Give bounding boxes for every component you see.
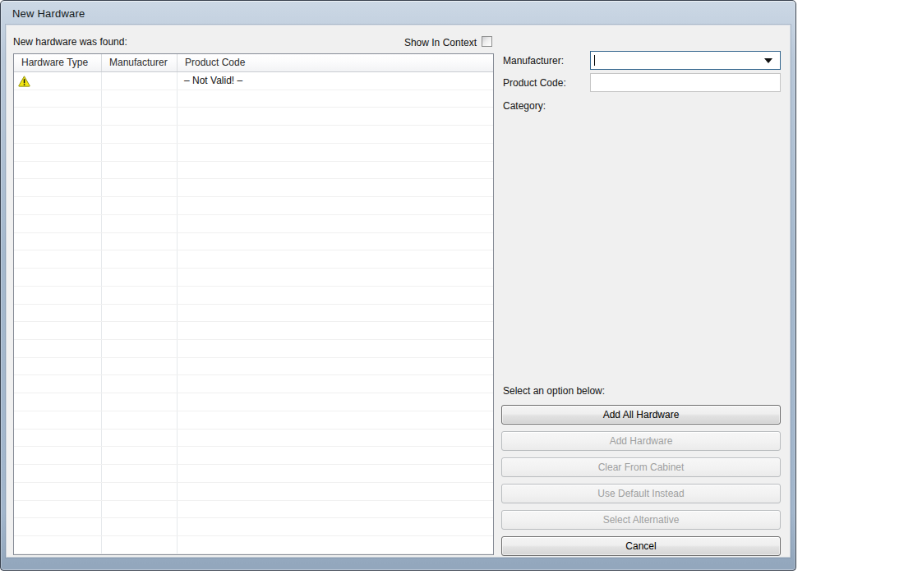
table-row — [14, 90, 493, 108]
empty-cell — [178, 250, 493, 268]
table-row — [14, 375, 493, 393]
empty-cell — [102, 179, 178, 196]
hardware-table[interactable]: Hardware Type Manufacturer Product Code — [13, 53, 494, 555]
product-code-label: Product Code: — [503, 77, 566, 89]
empty-cell — [102, 430, 178, 447]
empty-cell — [102, 215, 178, 232]
empty-cell — [102, 305, 178, 322]
empty-cell — [102, 250, 178, 268]
table-row — [14, 411, 493, 430]
table-row — [14, 430, 493, 448]
table-header-row: Hardware Type Manufacturer Product Code — [14, 54, 493, 72]
empty-cell — [14, 447, 102, 464]
table-row — [14, 126, 493, 144]
empty-cell — [14, 358, 102, 375]
empty-cell — [102, 269, 178, 286]
empty-cell — [178, 465, 493, 482]
table-row — [14, 162, 493, 180]
table-row[interactable]: – Not Valid! – — [14, 72, 493, 90]
cancel-button[interactable]: Cancel — [501, 536, 781, 556]
show-in-context-checkbox[interactable] — [482, 36, 492, 47]
table-row — [14, 215, 493, 233]
empty-cell — [178, 108, 493, 125]
empty-cell — [14, 233, 102, 250]
table-row — [14, 233, 493, 251]
empty-cell — [178, 340, 493, 357]
warning-icon — [18, 76, 30, 90]
empty-cell — [102, 447, 178, 464]
title-bar[interactable]: New Hardware — [1, 1, 795, 25]
select-option-prompt: Select an option below: — [503, 385, 605, 397]
empty-cell — [102, 287, 178, 304]
product-code-input[interactable] — [590, 73, 781, 92]
empty-cell — [14, 375, 102, 393]
table-row — [14, 269, 493, 287]
empty-cell — [14, 250, 102, 268]
select-alternative-button[interactable]: Select Alternative — [501, 510, 781, 530]
column-header-product-code[interactable]: Product Code — [178, 54, 493, 71]
table-row — [14, 305, 493, 323]
empty-cell — [178, 287, 493, 304]
empty-cell — [102, 358, 178, 375]
empty-cell — [14, 305, 102, 322]
empty-cell — [178, 197, 493, 214]
not-valid-cell: – Not Valid! – — [178, 72, 493, 90]
use-default-instead-button[interactable]: Use Default Instead — [501, 484, 781, 503]
chevron-down-icon[interactable] — [764, 58, 772, 63]
table-row — [14, 144, 493, 162]
show-in-context-label: Show In Context — [404, 37, 477, 48]
empty-cell — [14, 126, 102, 143]
empty-cell — [178, 144, 493, 161]
empty-cell — [14, 483, 102, 500]
empty-cell — [102, 162, 178, 179]
empty-cell — [178, 126, 493, 143]
column-header-hardware-type[interactable]: Hardware Type — [14, 54, 102, 71]
table-row — [14, 483, 493, 501]
empty-cell — [14, 536, 102, 554]
hardware-type-cell — [14, 72, 102, 90]
found-label: New hardware was found: — [13, 36, 127, 48]
table-row — [14, 322, 493, 340]
empty-cell — [102, 340, 178, 357]
window-title: New Hardware — [12, 7, 85, 20]
clear-from-cabinet-button[interactable]: Clear From Cabinet — [501, 457, 781, 477]
empty-cell — [14, 430, 102, 447]
empty-cell — [102, 465, 178, 482]
empty-cell — [178, 411, 493, 429]
empty-cell — [102, 375, 178, 393]
empty-cell — [14, 518, 102, 535]
client-area: New hardware was found: Show In Context … — [7, 25, 790, 557]
table-row — [14, 518, 493, 536]
empty-cell — [178, 447, 493, 464]
page: { "window": { "title": "New Hardware" },… — [0, 0, 913, 588]
empty-cell — [14, 108, 102, 125]
column-header-manufacturer[interactable]: Manufacturer — [102, 54, 178, 71]
manufacturer-combobox[interactable] — [590, 51, 781, 70]
add-hardware-button[interactable]: Add Hardware — [501, 431, 781, 451]
empty-cell — [102, 90, 178, 108]
table-row — [14, 447, 493, 465]
empty-cell — [178, 430, 493, 447]
empty-cell — [14, 162, 102, 179]
empty-cell — [14, 287, 102, 304]
empty-cell — [178, 90, 493, 108]
empty-cell — [14, 144, 102, 161]
empty-cell — [178, 518, 493, 535]
table-row — [14, 108, 493, 126]
empty-cell — [102, 501, 178, 518]
table-row — [14, 179, 493, 197]
empty-cell — [14, 411, 102, 429]
empty-cell — [178, 162, 493, 179]
empty-cell — [178, 322, 493, 339]
empty-cell — [14, 393, 102, 411]
empty-cell — [102, 126, 178, 143]
new-hardware-window: New Hardware New hardware was found: Sho… — [0, 0, 796, 571]
empty-cell — [178, 233, 493, 250]
table-row — [14, 340, 493, 358]
empty-cell — [14, 322, 102, 339]
empty-cell — [14, 465, 102, 482]
empty-cell — [178, 358, 493, 375]
add-all-hardware-button[interactable]: Add All Hardware — [501, 405, 781, 425]
empty-cell — [178, 483, 493, 500]
hardware-table-body: – Not Valid! – — [14, 72, 493, 554]
